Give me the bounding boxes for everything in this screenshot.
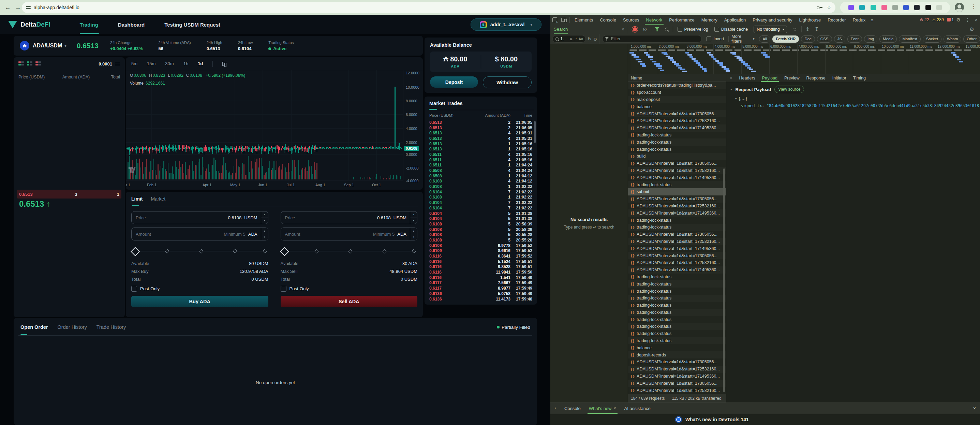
orderbook-view-both-icon[interactable] — [18, 61, 24, 67]
regex-toggle-icon[interactable]: .* — [574, 37, 577, 41]
object-triangle-icon[interactable]: ▾ — [735, 97, 737, 100]
disable-cache-toggle[interactable]: Disable cache — [714, 27, 748, 32]
request-row[interactable]: {}trading-lock-status — [628, 138, 726, 146]
request-row[interactable]: {}ADAUSDM?interval=1d&start=172532160... — [628, 366, 726, 373]
orderbook-view-asks-icon[interactable] — [35, 61, 41, 67]
detail-tab-response[interactable]: Response — [803, 74, 829, 82]
request-row[interactable]: {}trading-lock-status — [628, 309, 726, 316]
request-row[interactable]: {}trading-lock-status — [628, 323, 726, 330]
trade-row[interactable]: 0.61160.364117:59:52 — [429, 253, 532, 259]
buy-amount-slider[interactable] — [132, 246, 268, 256]
filter-chip-font[interactable]: Font — [847, 35, 862, 43]
request-name-header[interactable]: Name — [628, 74, 726, 82]
extension-icon[interactable] — [914, 5, 920, 10]
orderbook-view-bids-icon[interactable] — [27, 61, 33, 67]
sell-price-stepper[interactable]: ▴▾ — [410, 212, 417, 224]
filter-toggle-icon[interactable] — [655, 27, 659, 31]
trade-row[interactable]: 0.6108421:04:12 — [429, 179, 532, 184]
filter-chip-all[interactable]: All — [759, 35, 770, 43]
trade-row[interactable]: 0.6508121:04:12 — [429, 173, 532, 179]
extension-icon[interactable] — [848, 5, 854, 10]
request-row[interactable]: {}deposit-records — [628, 351, 726, 358]
filter-chip-css[interactable]: CSS — [817, 35, 832, 43]
drawer-tab-close-icon[interactable]: × — [614, 406, 616, 411]
request-row[interactable]: {}ADAUSDM?interval=1d&start=17305056... — [628, 358, 726, 366]
chart-style-icon[interactable] — [222, 61, 226, 66]
trade-row[interactable]: 0.6513421:05:31 — [429, 130, 532, 136]
profile-avatar[interactable] — [955, 3, 964, 12]
filter-chip-socket[interactable]: Socket — [923, 35, 942, 43]
buy-post-only-checkbox[interactable] — [131, 286, 137, 291]
nav-tab-dashboard[interactable]: Dashboard — [118, 15, 145, 34]
trade-row[interactable]: 0.6104721:02:22 — [429, 189, 532, 195]
detail-tab-initiator[interactable]: Initiator — [829, 74, 850, 82]
request-row[interactable]: {}ADAUSDM?interval=1d&start=172532160... — [628, 167, 726, 174]
request-row[interactable]: {}trading-lock-status — [628, 295, 726, 302]
extension-icon[interactable] — [881, 5, 887, 10]
pair-selector[interactable]: ADA/USDM — [33, 43, 62, 49]
trade-row[interactable]: 0.6513421:05:31 — [429, 136, 532, 141]
whats-new-title[interactable]: What's new in DevTools 141 — [686, 417, 749, 422]
request-row[interactable]: {}order-records?status=tradingHistory&pa… — [628, 82, 726, 89]
network-timeline-overview[interactable]: 1,000,000 ms2,000,000 ms3,000,000 ms4,00… — [628, 44, 980, 75]
trade-row[interactable]: 0.611611.984117:59:50 — [429, 269, 532, 275]
trade-row[interactable]: 0.6108520:58:39 — [429, 227, 532, 232]
trade-row[interactable]: 0.6108121:02:22 — [429, 195, 532, 200]
invert-toggle[interactable]: Invert — [706, 37, 724, 41]
devtools-tab-application[interactable]: Application — [721, 15, 749, 25]
detail-close-icon[interactable]: × — [726, 76, 736, 81]
export-har-icon[interactable]: ↧ — [812, 26, 821, 32]
request-row[interactable]: {}trading-lock-status — [628, 132, 726, 139]
trade-row[interactable]: 0.61165.152417:59:51 — [429, 259, 532, 264]
trade-row[interactable]: 0.6104721:02:22 — [429, 205, 532, 211]
request-row[interactable]: {}max-deposit — [628, 96, 726, 103]
request-row[interactable]: {}ADAUSDM?interval=1d&start=171495360... — [628, 209, 726, 216]
request-row[interactable]: {}ADAUSDM?interval=1d&start=17305056... — [628, 231, 726, 238]
drawer-close-icon[interactable]: × — [969, 406, 980, 411]
request-row[interactable]: {}balance — [628, 344, 726, 351]
request-row[interactable]: {}trading-lock-status — [628, 337, 726, 344]
network-conditions-icon[interactable] — [792, 28, 797, 31]
trade-row[interactable]: 0.61365.075817:59:49 — [429, 291, 532, 296]
precision-selector[interactable]: 0.0001 — [99, 61, 120, 67]
buy-price-stepper[interactable]: ▴▾ — [261, 212, 268, 224]
pair-chevron-icon[interactable]: ▾ — [64, 44, 67, 48]
back-icon[interactable]: ← — [3, 4, 13, 11]
deposit-button[interactable]: Deposit — [430, 76, 478, 88]
devtools-tab-console[interactable]: Console — [597, 15, 620, 25]
request-row[interactable]: {}trading-lock-status — [628, 181, 726, 188]
browser-menu-icon[interactable]: ⋮ — [971, 3, 976, 10]
extension-icon[interactable] — [903, 5, 909, 10]
extension-icon[interactable] — [859, 5, 865, 10]
detail-tab-timing[interactable]: Timing — [850, 74, 869, 82]
devtools-tab-lighthouse[interactable]: Lighthouse — [796, 15, 824, 25]
request-row[interactable]: {}trading-lock-status — [628, 330, 726, 337]
orders-tab-trade-history[interactable]: Trade History — [97, 325, 126, 330]
request-row[interactable]: {}balance — [628, 103, 726, 110]
buy-slider-handle[interactable] — [130, 247, 140, 256]
sell-amount-field[interactable]: Amount Minimum 5 ADA ▴▾ — [281, 228, 418, 240]
trade-row[interactable]: 0.613611.417317:59:48 — [429, 296, 532, 302]
issues-badge[interactable]: 1 — [947, 18, 954, 22]
trades-scrollbar[interactable] — [534, 121, 536, 143]
trade-row[interactable]: 0.6511121:04:24 — [429, 163, 532, 168]
network-search-icon[interactable] — [665, 28, 668, 31]
disable-cache-checkbox[interactable] — [714, 27, 719, 32]
request-row[interactable]: {}ADAUSDM?interval=1d&start=171495360... — [628, 245, 726, 252]
request-row[interactable]: {}ADAUSDM?interval=1d&start=172532160... — [628, 203, 726, 210]
inspect-element-icon[interactable] — [550, 18, 559, 22]
request-row[interactable]: {}ADAUSDM?interval=1d&start=171495360... — [628, 124, 726, 132]
withdraw-button[interactable]: Withdraw — [483, 76, 531, 88]
throttling-select[interactable]: No throttling▾ — [754, 25, 787, 33]
trade-row[interactable]: 0.6108520:55:28 — [429, 232, 532, 237]
price-axis[interactable]: 12.000010.00008.00006.00004.00002.00000.… — [403, 70, 423, 180]
trade-row[interactable]: 0.6104521:01:38 — [429, 216, 532, 221]
devtools-close-icon[interactable]: × — [972, 17, 980, 22]
sell-price-field[interactable]: Price 0.6108 USDM ▴▾ — [281, 211, 418, 224]
preserve-log-toggle[interactable]: Preserve log — [678, 27, 708, 32]
buy-price-field[interactable]: Price 0.6108 USDM ▴▾ — [131, 211, 268, 224]
extension-icon[interactable] — [926, 5, 931, 10]
sell-slider-handle[interactable] — [280, 247, 289, 256]
tradingview-logo[interactable] — [129, 167, 139, 173]
trade-row[interactable]: 0.6513221:06:05 — [429, 125, 532, 131]
